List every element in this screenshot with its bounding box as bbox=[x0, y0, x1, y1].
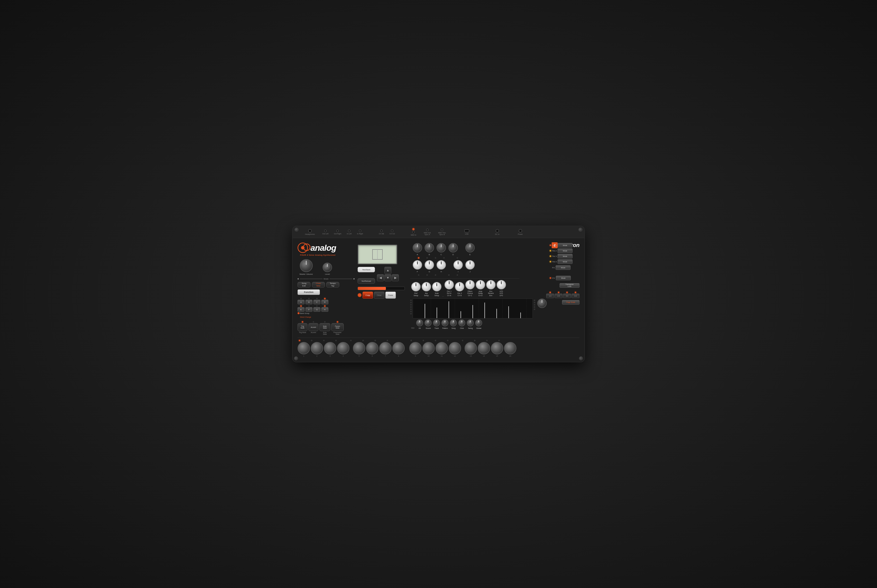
trk4-mute-button[interactable]: Mute bbox=[558, 260, 573, 264]
encoder-i-knob[interactable] bbox=[453, 260, 463, 270]
master-volume-knob[interactable] bbox=[300, 259, 313, 272]
kit-knob[interactable] bbox=[416, 320, 423, 326]
out-left-jack[interactable] bbox=[324, 230, 326, 232]
encoder-h-knob[interactable] bbox=[436, 260, 446, 270]
page-scale-button[interactable]: Page Scale bbox=[562, 300, 579, 304]
trk1-mute-button[interactable]: Mute bbox=[558, 243, 573, 248]
cvcd-jack[interactable] bbox=[391, 230, 393, 232]
chain-new-button[interactable]: ChainNew bbox=[312, 282, 325, 287]
headphones-jack[interactable] bbox=[308, 229, 312, 232]
click-control: Click bbox=[458, 320, 465, 329]
trk3-mute-button[interactable]: Mute bbox=[558, 254, 573, 258]
out-right-jack[interactable] bbox=[336, 230, 339, 232]
cvab-jack[interactable] bbox=[380, 230, 383, 232]
usb-jack[interactable] bbox=[464, 230, 469, 232]
bank-d-button[interactable]: D bbox=[321, 300, 328, 304]
encoder-j-knob[interactable] bbox=[465, 260, 475, 270]
lfo-knob[interactable] bbox=[496, 280, 506, 290]
ratio-34-button[interactable]: 3:4 bbox=[563, 294, 571, 298]
seq-pad-9[interactable] bbox=[409, 342, 422, 354]
in-left-jack[interactable] bbox=[348, 230, 350, 232]
bank-h-button[interactable]: H bbox=[321, 307, 328, 312]
seq-pad-15[interactable] bbox=[491, 342, 503, 354]
accent-button[interactable]: Accent bbox=[308, 323, 318, 331]
encoder-c-knob[interactable] bbox=[436, 243, 446, 252]
bank-e-button[interactable]: E bbox=[298, 307, 304, 312]
param-slide-button[interactable]: ParamSlide bbox=[331, 323, 344, 331]
arp-setup-knob[interactable] bbox=[422, 282, 431, 291]
seq-pad-7[interactable] bbox=[379, 342, 392, 354]
level-knob[interactable] bbox=[323, 262, 332, 272]
bank-f-button[interactable]: F bbox=[305, 307, 313, 312]
clear-button[interactable]: Clear bbox=[374, 292, 384, 298]
note-slide-led bbox=[324, 321, 326, 322]
encoder-b-knob[interactable] bbox=[424, 243, 434, 252]
global-knob[interactable] bbox=[475, 320, 482, 326]
trig-mute-button[interactable]: TrigMute bbox=[298, 323, 307, 331]
seq-pad-11[interactable] bbox=[436, 342, 448, 354]
ratio-24-button[interactable]: 2:4 bbox=[555, 294, 563, 298]
no-reload-button[interactable]: No/Reload bbox=[358, 278, 375, 284]
osc2-knob[interactable] bbox=[455, 282, 464, 291]
ratio-14-button[interactable]: 1:4 bbox=[546, 294, 554, 298]
seq-pad-2[interactable] bbox=[311, 342, 323, 354]
seq-pad-12[interactable] bbox=[449, 342, 461, 354]
swing-knob[interactable] bbox=[467, 320, 474, 326]
song-knob[interactable] bbox=[450, 320, 457, 326]
sound-knob[interactable] bbox=[424, 320, 432, 326]
bank-b-button[interactable]: B bbox=[305, 300, 313, 304]
seq-pad-8[interactable] bbox=[393, 342, 405, 354]
seq-pad-10[interactable] bbox=[423, 342, 435, 354]
function-button[interactable]: Function bbox=[298, 290, 320, 295]
paste-button[interactable]: Paste bbox=[385, 292, 396, 298]
note-slide-button[interactable]: NoteSlide bbox=[319, 323, 330, 331]
ratio-44-button[interactable]: 4:4 bbox=[572, 294, 579, 298]
midi-thru-jack[interactable] bbox=[441, 229, 443, 231]
bank-c-button[interactable]: C bbox=[313, 300, 320, 304]
transpose-lock-button[interactable]: TransposeLock bbox=[560, 283, 579, 288]
power-jack[interactable] bbox=[519, 229, 522, 232]
seq-pad-6[interactable] bbox=[366, 342, 378, 354]
seq-pad-3[interactable] bbox=[324, 342, 336, 354]
seq-pad-1[interactable] bbox=[298, 342, 310, 354]
seq-pad-13[interactable] bbox=[465, 342, 477, 354]
track-knob[interactable] bbox=[433, 320, 440, 326]
seq-pad-5[interactable] bbox=[353, 342, 365, 354]
yes-save-button[interactable]: Yes/Save bbox=[358, 267, 375, 272]
nav-up-button[interactable]: ▲ bbox=[384, 267, 391, 274]
waveform-svg bbox=[413, 299, 533, 318]
filters-knob[interactable] bbox=[465, 280, 475, 290]
dc-in-jack[interactable] bbox=[496, 229, 499, 232]
encoder-g-knob[interactable] bbox=[424, 260, 434, 270]
bank-a-button[interactable]: A bbox=[298, 300, 304, 304]
nav-right-button[interactable]: ▶ bbox=[392, 274, 399, 281]
midi-out-jack[interactable] bbox=[426, 229, 429, 231]
encoder-a-knob[interactable] bbox=[413, 243, 422, 252]
bank-g-button[interactable]: G bbox=[313, 307, 320, 312]
osc1-knob[interactable] bbox=[444, 280, 454, 290]
pattern-knob[interactable] bbox=[441, 320, 448, 326]
encoder-d-knob[interactable] bbox=[448, 243, 458, 252]
tempo-tap-button[interactable]: TempoTap bbox=[326, 282, 339, 287]
cv-mute-button[interactable]: Mute bbox=[556, 276, 571, 280]
perf-setup-knob[interactable] bbox=[411, 282, 421, 291]
note-setup-knob[interactable] bbox=[432, 282, 441, 291]
env-knob[interactable] bbox=[486, 280, 496, 290]
nav-left-button[interactable]: ◀ bbox=[377, 274, 384, 281]
seq-led-7 bbox=[410, 313, 412, 315]
song-edit-button[interactable]: SongEdit bbox=[298, 282, 310, 287]
copy-button[interactable]: Copy bbox=[363, 292, 373, 298]
encoder-f-knob[interactable] bbox=[413, 260, 422, 270]
trk2-mute-button[interactable]: Mute bbox=[558, 249, 573, 253]
seq-pad-14[interactable] bbox=[478, 342, 490, 354]
amp-knob[interactable] bbox=[476, 280, 485, 290]
midi-in-jack[interactable] bbox=[412, 231, 415, 233]
nav-down-button[interactable]: ▼ bbox=[384, 274, 391, 281]
encoder-e-knob[interactable] bbox=[465, 243, 475, 252]
seq-pad-16[interactable] bbox=[504, 342, 516, 354]
graph-knob[interactable] bbox=[537, 298, 547, 308]
click-knob[interactable] bbox=[458, 320, 465, 326]
fx-mute-button[interactable]: Mute bbox=[556, 266, 570, 270]
seq-pad-4[interactable] bbox=[337, 342, 349, 354]
in-right-jack[interactable] bbox=[359, 230, 361, 232]
